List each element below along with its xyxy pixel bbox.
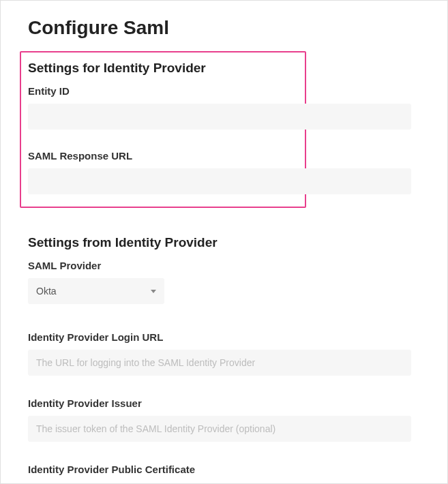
saml-provider-label: SAML Provider [28,260,420,271]
settings-for-heading: Settings for Identity Provider [28,61,298,76]
entity-id-label: Entity ID [28,85,298,97]
idp-login-url-input[interactable] [28,350,411,376]
idp-issuer-field-group: Identity Provider Issuer [28,397,420,442]
idp-public-cert-field-group: Identity Provider Public Certificate [28,464,420,475]
idp-public-cert-label: Identity Provider Public Certificate [28,464,420,475]
idp-issuer-input[interactable] [28,416,411,442]
saml-response-url-field-group: SAML Response URL [28,150,298,194]
idp-issuer-label: Identity Provider Issuer [28,397,420,409]
page-title: Configure Saml [28,17,420,39]
saml-response-url-label: SAML Response URL [28,150,298,162]
chevron-down-icon [151,290,156,293]
saml-provider-field-group: SAML Provider Okta [28,260,420,304]
settings-for-identity-provider-section: Settings for Identity Provider Entity ID… [20,51,306,208]
entity-id-field-group: Entity ID [28,85,298,130]
saml-response-url-input[interactable] [28,168,411,194]
settings-from-identity-provider-section: Settings from Identity Provider SAML Pro… [28,235,420,475]
idp-login-url-field-group: Identity Provider Login URL [28,331,420,376]
saml-provider-select[interactable]: Okta [28,278,164,304]
entity-id-input[interactable] [28,104,411,130]
settings-from-heading: Settings from Identity Provider [28,235,420,250]
saml-provider-selected-value: Okta [36,286,151,297]
idp-login-url-label: Identity Provider Login URL [28,331,420,343]
